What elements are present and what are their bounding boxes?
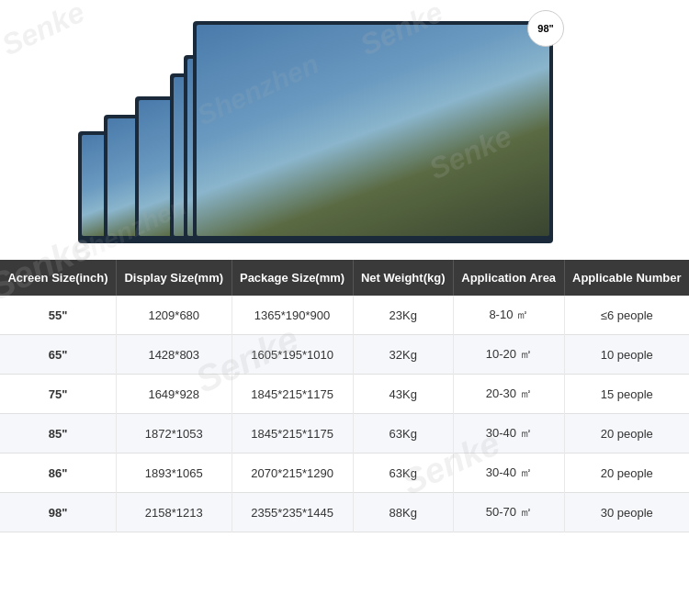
cell-display: 2158*1213 xyxy=(116,493,232,532)
table-row: 86"1893*10652070*215*129063Kg30-40 ㎡20 p… xyxy=(0,454,689,493)
table-row: 55"1209*6801365*190*90023Kg8-10 ㎡≤6 peop… xyxy=(0,296,689,335)
badge-98: 98" xyxy=(527,10,564,47)
cell-area: 50-70 ㎡ xyxy=(453,493,564,532)
table-row: 65"1428*8031605*195*101032Kg10-20 ㎡10 pe… xyxy=(0,335,689,375)
cell-size: 65" xyxy=(0,335,116,375)
cell-package: 2355*235*1445 xyxy=(232,493,353,532)
cell-weight: 32Kg xyxy=(353,335,453,375)
cell-area: 8-10 ㎡ xyxy=(453,296,564,335)
cell-display: 1649*928 xyxy=(116,375,232,414)
cell-size: 98" xyxy=(0,493,116,532)
cell-area: 30-40 ㎡ xyxy=(453,454,564,493)
cell-number: ≤6 people xyxy=(564,296,689,335)
col-header-display: Display Size(mm) xyxy=(116,260,232,296)
cell-size: 75" xyxy=(0,375,116,414)
col-header-weight: Net Weight(kg) xyxy=(353,260,453,296)
cell-weight: 63Kg xyxy=(353,414,453,454)
table-row: 75"1649*9281845*215*117543Kg20-30 ㎡15 pe… xyxy=(0,375,689,414)
col-header-number: Applicable Number xyxy=(564,260,689,296)
screens-illustration: 55" 65" 75" 85" xyxy=(0,67,689,260)
cell-package: 2070*215*1290 xyxy=(232,454,353,493)
cell-package: 1845*215*1175 xyxy=(232,375,353,414)
cell-display: 1209*680 xyxy=(116,296,232,335)
cell-size: 55" xyxy=(0,296,116,335)
cell-area: 10-20 ㎡ xyxy=(453,335,564,375)
cell-weight: 43Kg xyxy=(353,375,453,414)
cell-package: 1605*195*1010 xyxy=(232,335,353,375)
cell-display: 1428*803 xyxy=(116,335,232,375)
cell-weight: 63Kg xyxy=(353,454,453,493)
cell-area: 30-40 ㎡ xyxy=(453,414,564,454)
cell-display: 1893*1065 xyxy=(116,454,232,493)
cell-size: 85" xyxy=(0,414,116,454)
table-row: 98"2158*12132355*235*144588Kg50-70 ㎡30 p… xyxy=(0,493,689,532)
cell-number: 20 people xyxy=(564,454,689,493)
cell-display: 1872*1053 xyxy=(116,414,232,454)
cell-number: 30 people xyxy=(564,493,689,532)
cell-weight: 23Kg xyxy=(353,296,453,335)
cell-area: 20-30 ㎡ xyxy=(453,375,564,414)
cell-number: 15 people xyxy=(564,375,689,414)
cell-package: 1365*190*900 xyxy=(232,296,353,335)
col-header-size: Acreen Size(inch) xyxy=(0,260,116,296)
screen-98: 98" xyxy=(193,21,553,243)
cell-size: 86" xyxy=(0,454,116,493)
product-table: Acreen Size(inch) Display Size(mm) Packa… xyxy=(0,260,689,532)
col-header-area: Application Area xyxy=(453,260,564,296)
cell-number: 20 people xyxy=(564,414,689,454)
cell-number: 10 people xyxy=(564,335,689,375)
cell-weight: 88Kg xyxy=(353,493,453,532)
col-header-package: Package Size(mm) xyxy=(232,260,353,296)
table-header-row: Acreen Size(inch) Display Size(mm) Packa… xyxy=(0,260,689,296)
table-row: 85"1872*10531845*215*117563Kg30-40 ㎡20 p… xyxy=(0,414,689,454)
cell-package: 1845*215*1175 xyxy=(232,414,353,454)
